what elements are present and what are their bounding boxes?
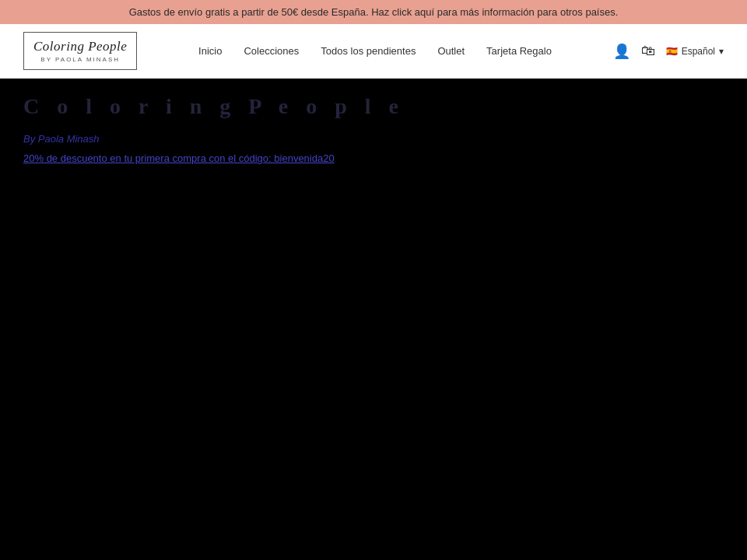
nav-item-inicio[interactable]: Inicio <box>198 45 222 57</box>
header: Coloring People BY PAOLA MINASH Inicio C… <box>0 24 747 79</box>
page-title: C o l o r i n g P e o p l e <box>23 94 724 119</box>
user-icon: 👤 <box>613 43 630 60</box>
subtitle: By Paola Minash <box>23 133 724 145</box>
cart-icon-button[interactable]: 🛍 <box>641 43 655 59</box>
user-icon-button[interactable]: 👤 <box>613 43 630 60</box>
chevron-down-icon: ▾ <box>719 46 724 57</box>
main-content: C o l o r i n g P e o p l e By Paola Min… <box>0 79 747 514</box>
nav-item-outlet[interactable]: Outlet <box>437 45 465 57</box>
flag-icon: 🇪🇸 <box>666 46 678 57</box>
announcement-text: Gastos de envío gratis a partir de 50€ d… <box>129 6 619 18</box>
header-right: 👤 🛍 🇪🇸 Español ▾ <box>613 43 724 60</box>
nav-item-pendientes[interactable]: Todos los pendientes <box>321 45 416 57</box>
logo-title: Coloring People <box>33 39 127 54</box>
promo-text[interactable]: 20% de descuento en tu primera compra co… <box>23 152 724 164</box>
nav-item-colecciones[interactable]: Colecciones <box>244 45 299 57</box>
language-selector[interactable]: 🇪🇸 Español ▾ <box>666 46 724 57</box>
language-label: Español <box>682 46 715 57</box>
announcement-bar[interactable]: Gastos de envío gratis a partir de 50€ d… <box>0 0 747 24</box>
logo-subtitle: BY PAOLA MINASH <box>40 56 120 63</box>
logo[interactable]: Coloring People BY PAOLA MINASH <box>23 32 137 70</box>
cart-icon: 🛍 <box>641 43 655 59</box>
nav-item-tarjeta[interactable]: Tarjeta Regalo <box>486 45 552 57</box>
nav: Inicio Colecciones Todos los pendientes … <box>198 45 552 57</box>
